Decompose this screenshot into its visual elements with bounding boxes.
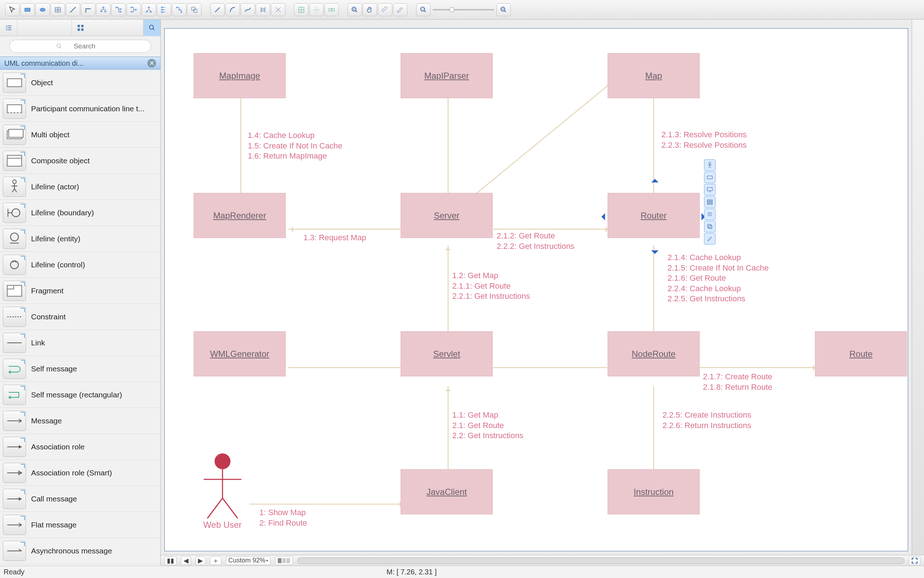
vertical-scrollbar[interactable] — [912, 19, 924, 555]
handle-edit-icon[interactable] — [704, 233, 716, 245]
node-mapimage[interactable]: MapImage — [194, 53, 286, 98]
handle-rect-icon[interactable] — [704, 172, 716, 183]
status-coordinates: M: [ 7.26, 2.31 ] — [386, 568, 437, 576]
tree2-button[interactable] — [111, 3, 126, 16]
svg-rect-10 — [102, 6, 104, 8]
actor-web-user[interactable]: Web User — [201, 451, 244, 530]
stencil-constraint[interactable]: Constraint — [0, 304, 160, 330]
horizontal-scrollbar[interactable] — [297, 557, 905, 564]
connector1-button[interactable] — [66, 3, 80, 16]
stencil-assoc-role[interactable]: Association role — [0, 434, 160, 460]
snap-objects-button[interactable] — [324, 3, 339, 16]
node-server[interactable]: Server — [400, 193, 493, 238]
stencil-async-message[interactable]: Asynchronous message — [0, 538, 160, 564]
node-route[interactable]: Route — [815, 331, 907, 377]
zoom-slider[interactable] — [416, 3, 511, 16]
pause-button[interactable]: ▮▮ — [164, 556, 177, 565]
stencil-composite-object[interactable]: Composite object — [0, 148, 160, 174]
stencil-call-message[interactable]: Call message — [0, 486, 160, 512]
line-cross-button[interactable] — [271, 3, 285, 16]
actor-label: Web User — [203, 520, 242, 530]
close-section-icon[interactable]: ✕ — [148, 59, 156, 68]
stencil-self-message[interactable]: Self message — [0, 356, 160, 382]
canvas-area: MapImage MapIParser Map MapRenderer Serv… — [161, 19, 912, 555]
line-arc-button[interactable] — [225, 3, 240, 16]
page-prev-button[interactable]: ◀ — [181, 556, 191, 565]
highlight-button[interactable] — [378, 3, 392, 16]
handle-clone-icon[interactable] — [704, 221, 716, 232]
sidebar-tab-tree-icon[interactable] — [0, 19, 17, 36]
msg-map: 2.1.3: Resolve Positions 2.2.3: Resolve … — [661, 130, 747, 150]
page-add-button[interactable]: ＋ — [210, 556, 221, 565]
fit-to-window-button[interactable] — [909, 556, 921, 565]
node-maprenderer[interactable]: MapRenderer — [194, 193, 286, 238]
handle-actor-icon[interactable] — [704, 159, 716, 171]
zoom-level-dropdown[interactable]: Custom 92% ▾ — [226, 556, 271, 565]
tree6-button[interactable] — [172, 3, 186, 16]
stencil-lifeline-entity[interactable]: Lifeline (entity) — [0, 226, 160, 252]
zoom-track[interactable] — [433, 9, 494, 10]
stencil-list: Object Participant communication line t.… — [0, 70, 160, 566]
router-smart-handles[interactable] — [704, 159, 716, 245]
stencil-participant[interactable]: Participant communication line t... — [0, 96, 160, 122]
node-router[interactable]: Router — [608, 193, 700, 238]
stencil-lifeline-actor[interactable]: Lifeline (actor) — [0, 174, 160, 200]
handle-list-icon[interactable] — [704, 208, 716, 220]
zoom-in-icon[interactable] — [496, 3, 511, 16]
svg-rect-74 — [287, 558, 290, 563]
node-instruction[interactable]: Instruction — [608, 469, 700, 515]
pencil-button[interactable] — [393, 3, 407, 16]
svg-rect-18 — [135, 9, 137, 10]
snap-guides-button[interactable] — [309, 3, 324, 16]
node-mapiparser[interactable]: MapIParser — [400, 53, 493, 98]
diagram-canvas[interactable]: MapImage MapIParser Map MapRenderer Serv… — [164, 28, 908, 551]
zoom-thumb[interactable] — [449, 7, 454, 12]
svg-rect-14 — [120, 8, 122, 10]
stencil-link[interactable]: Link — [0, 330, 160, 356]
snap-grid-button[interactable] — [294, 3, 308, 16]
zoom-in-button[interactable] — [347, 3, 362, 16]
sidebar-tab-search-icon[interactable] — [143, 19, 160, 36]
library-search-input[interactable] — [10, 40, 151, 53]
stencil-multi-object[interactable]: Multi object — [0, 122, 160, 148]
stencil-self-message-rect[interactable]: Self message (rectangular) — [0, 382, 160, 408]
node-noderoute[interactable]: NodeRoute — [608, 331, 700, 377]
library-section-header[interactable]: UML communication di... ✕ — [0, 57, 160, 70]
stencil-lifeline-boundary[interactable]: Lifeline (boundary) — [0, 200, 160, 226]
node-map[interactable]: Map — [608, 53, 700, 98]
svg-rect-73 — [282, 558, 286, 563]
tree1-button[interactable] — [96, 3, 110, 16]
svg-rect-69 — [707, 203, 712, 205]
line-straight-button[interactable] — [210, 3, 225, 16]
svg-rect-71 — [709, 226, 712, 229]
stencil-message[interactable]: Message — [0, 408, 160, 434]
rect-tool-button[interactable] — [20, 3, 35, 16]
sidebar-tab-grid-icon[interactable] — [71, 19, 89, 36]
tree4-button[interactable] — [142, 3, 156, 16]
ungroup-button[interactable] — [187, 3, 201, 16]
zoom-out-icon[interactable] — [416, 3, 431, 16]
line-spline-button[interactable] — [241, 3, 255, 16]
view-layout-toggle[interactable] — [275, 556, 293, 565]
connector2-button[interactable] — [81, 3, 96, 16]
handle-stack-icon[interactable] — [704, 196, 716, 208]
line-ladder-button[interactable] — [256, 3, 270, 16]
pointer-button[interactable] — [5, 3, 19, 16]
node-javaclient[interactable]: JavaClient — [400, 469, 493, 515]
node-servlet[interactable]: Servlet — [400, 331, 493, 377]
stencil-fragment[interactable]: Fragment — [0, 278, 160, 304]
stencil-assoc-role-smart[interactable]: Association role (Smart) — [0, 460, 160, 486]
pan-button[interactable] — [363, 3, 377, 16]
main-toolbar — [0, 0, 924, 19]
stencil-flat-message[interactable]: Flat message — [0, 512, 160, 538]
tree3-button[interactable] — [126, 3, 141, 16]
tree5-button[interactable] — [157, 3, 171, 16]
table-tool-button[interactable] — [50, 3, 65, 16]
node-wmlgenerator[interactable]: WMLGenerator — [194, 331, 286, 377]
ellipse-tool-button[interactable] — [36, 3, 50, 16]
stencil-lifeline-control[interactable]: Lifeline (control) — [0, 252, 160, 278]
page-next-button[interactable]: ▶ — [195, 556, 206, 565]
library-sidebar: UML communication di... ✕ Object Partici… — [0, 19, 161, 566]
handle-screen-icon[interactable] — [704, 184, 716, 195]
stencil-object[interactable]: Object — [0, 70, 160, 96]
